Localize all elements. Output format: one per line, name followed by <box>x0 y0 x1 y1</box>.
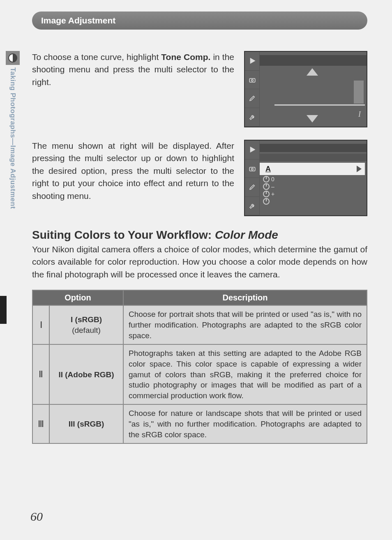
section-header: Image Adjustment <box>32 12 367 30</box>
list-item <box>263 198 274 205</box>
section-title-plain: Suiting Colors to Your Workflow: <box>32 228 215 241</box>
list-item: – <box>263 183 274 190</box>
thumb-tab <box>0 296 7 324</box>
half-circle-icon <box>8 53 17 62</box>
row-option: II (Adobe RGB) <box>49 344 123 404</box>
dial-icon <box>263 198 270 205</box>
row-icon: Ⅰ <box>32 305 49 344</box>
section-title-italic: Color Mode <box>215 228 278 241</box>
selected-option-row: A <box>260 163 365 175</box>
tab-play-icon <box>245 141 260 159</box>
dial-icon <box>263 183 270 190</box>
row-description: Photographs taken at this setting are ad… <box>123 344 367 404</box>
svg-rect-1 <box>249 78 255 82</box>
row-option: I (sRGB) (default) <box>49 305 123 344</box>
opt-label: 0 <box>271 176 274 182</box>
row-icon: Ⅲ <box>32 404 49 443</box>
page-number: 60 <box>30 510 43 524</box>
tab-wrench-icon <box>245 197 260 216</box>
selected-letter: A <box>265 165 271 173</box>
table-header-option: Option <box>32 290 123 305</box>
divider-line <box>274 104 365 106</box>
mode-icon <box>6 51 20 65</box>
tab-wrench-icon <box>245 108 260 127</box>
roman-one-marker: I <box>358 110 361 119</box>
camera-menu-screenshot-1: I <box>244 51 367 127</box>
list-item: 0 <box>263 176 274 182</box>
camera-menu-screenshot-2: A 0 – + <box>244 140 367 216</box>
dial-icon <box>263 191 270 197</box>
row-option-main: III (sRGB) <box>69 420 104 428</box>
tab-pencil-icon <box>245 178 260 197</box>
opt-label: – <box>271 183 274 190</box>
menu-sub-bar <box>260 154 367 161</box>
svg-marker-3 <box>250 147 255 152</box>
color-mode-table: Option Description Ⅰ I (sRGB) (default) … <box>32 290 367 444</box>
option-list: 0 – + <box>263 176 274 205</box>
scrollbar-thumb <box>354 81 364 104</box>
para1-pre: To choose a tone curve, highlight <box>32 52 161 62</box>
row-description: Choose for portrait shots that will be p… <box>123 305 367 344</box>
opt-label: + <box>271 191 274 197</box>
tab-camera-icon <box>245 159 260 178</box>
tab-camera-icon <box>245 71 260 90</box>
row-description: Choose for nature or landscape shots tha… <box>123 404 367 443</box>
table-row: Ⅰ I (sRGB) (default) Choose for portrait… <box>32 305 367 344</box>
svg-marker-0 <box>250 58 255 63</box>
side-column: Taking Photographs—Image Adjustment <box>0 51 25 487</box>
paragraph-1: To choose a tone curve, highlight Tone C… <box>32 51 234 127</box>
svg-point-5 <box>251 168 253 170</box>
up-arrow-icon <box>307 68 318 76</box>
table-header-description: Description <box>123 290 367 305</box>
row-icon: Ⅱ <box>32 344 49 404</box>
para1-bold: Tone Comp. <box>161 52 210 62</box>
row-option-sub: (default) <box>55 325 118 336</box>
svg-point-2 <box>251 79 253 81</box>
menu-title-bar <box>260 144 367 152</box>
menu-title-bar <box>260 55 367 66</box>
row-option-main: II (Adobe RGB) <box>58 370 114 379</box>
tab-play-icon <box>245 52 260 71</box>
down-arrow-icon <box>307 115 318 122</box>
section-body: Your Nikon digital camera offers a choic… <box>32 243 367 281</box>
table-row: Ⅲ III (sRGB) Choose for nature or landsc… <box>32 404 367 443</box>
dial-icon <box>263 176 270 182</box>
section-header-title: Image Adjustment <box>41 16 115 25</box>
chevron-right-icon <box>357 166 362 172</box>
tab-pencil-icon <box>245 89 260 108</box>
row-option: III (sRGB) <box>49 404 123 443</box>
paragraph-2: The menu shown at right will be displaye… <box>32 140 234 216</box>
row-option-main: I (sRGB) <box>71 315 102 324</box>
section-title: Suiting Colors to Your Workflow: Color M… <box>32 228 367 242</box>
list-item: + <box>263 191 274 197</box>
svg-rect-4 <box>249 167 255 171</box>
table-row: Ⅱ II (Adobe RGB) Photographs taken at th… <box>32 344 367 404</box>
side-breadcrumb: Taking Photographs—Image Adjustment <box>9 67 17 209</box>
